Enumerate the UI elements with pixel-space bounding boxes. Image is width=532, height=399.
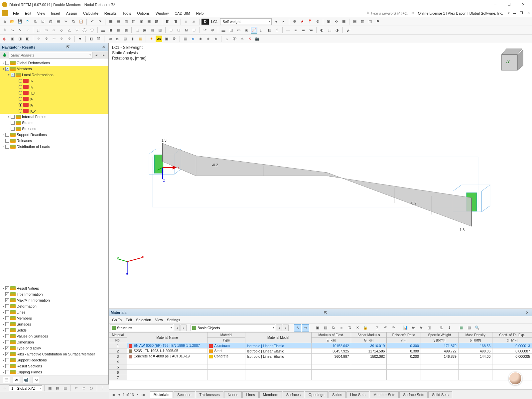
tb3-g1-icon[interactable]: ◈ (190, 36, 196, 42)
menu-chevron-icon[interactable]: ▾ (506, 11, 511, 15)
tb2-22-icon[interactable]: ⊟ (175, 27, 182, 34)
view5-icon[interactable]: ▣ (138, 18, 145, 25)
tb2-4-icon[interactable]: ⟋ (24, 27, 31, 34)
mat-tb-csv-icon[interactable]: ▤ (466, 324, 473, 332)
copy-icon[interactable]: ⧉ (70, 18, 77, 25)
tb3-com-icon[interactable]: ⚙ (171, 36, 178, 42)
nav-mode4-icon[interactable]: ↝ (33, 377, 40, 383)
mat-cat-prev[interactable]: ◂ (276, 325, 282, 331)
materials-category-dropdown[interactable]: Basic Objects (191, 325, 275, 331)
tb2-27-icon[interactable]: ▬ (220, 27, 227, 34)
tb3-mesh-icon[interactable]: ▦ (137, 36, 144, 42)
menu-options[interactable]: Options (134, 9, 153, 17)
view4-icon[interactable]: ◫ (130, 18, 137, 25)
navigator-close-icon[interactable]: ✕ (101, 45, 106, 49)
tb2-33-icon[interactable]: ◧ (266, 27, 273, 34)
tb3-star-icon[interactable]: ✦ (148, 36, 155, 42)
nav-mode3-icon[interactable]: 📹 (23, 377, 30, 383)
save-icon[interactable]: 💾 (17, 18, 23, 25)
tb3-ax5-icon[interactable]: ⊹ (66, 36, 72, 42)
tab-lines[interactable]: Lines (242, 391, 258, 398)
mdi-restore[interactable]: ❐ (518, 11, 525, 15)
tb3-g3-icon[interactable]: ◈ (205, 36, 211, 42)
tb3-del-icon[interactable]: ✕ (246, 36, 253, 42)
mat-menu-edit[interactable]: Edit (126, 318, 132, 322)
tb2-42-icon[interactable]: 🖌 (345, 27, 351, 34)
table-row[interactable]: 7 (109, 375, 532, 380)
mat-tb-search-icon[interactable]: 🔍 (473, 324, 481, 332)
menu-tools[interactable]: Tools (119, 9, 134, 17)
tb3-layers-icon[interactable]: ☱ (95, 36, 102, 42)
maximize-button[interactable]: ☐ (502, 0, 516, 9)
tb3-target-icon[interactable]: ◎ (1, 36, 8, 42)
table-row[interactable]: 1 EN AW-6060 (EP) T66 | EN 1999-1-1:2007… (109, 343, 532, 348)
cube-icon[interactable]: ▣ (325, 18, 332, 25)
tb3-ax2-icon[interactable]: ⊹ (43, 36, 50, 42)
tb3-js-icon[interactable]: JS (156, 36, 162, 42)
grid-icon[interactable]: ▦ (340, 18, 347, 25)
mat-menu-view[interactable]: View (155, 318, 163, 322)
mat-tb-excel-icon[interactable]: ▦ (458, 324, 465, 332)
tb3-color-icon[interactable]: ◧ (88, 36, 94, 42)
mat-tb-chart-icon[interactable]: 📊 (402, 324, 409, 332)
view6-icon[interactable]: ▦ (146, 18, 152, 25)
tab-solids[interactable]: Solids (329, 391, 346, 398)
mdi-minimize[interactable]: ─ (511, 11, 518, 15)
tb3-ax1-icon[interactable]: ⊹ (35, 36, 42, 42)
tb2-7-icon[interactable]: ▱ (51, 27, 57, 34)
mat-tb-lock-icon[interactable]: 🔒 (362, 324, 369, 332)
tb2-26-icon[interactable]: ⊕ (209, 27, 216, 34)
mat-scope-prev[interactable]: ◂ (174, 325, 180, 331)
menu-calculate[interactable]: Calculate (80, 9, 101, 17)
mat-tb-sort-icon[interactable]: ⇅ (346, 324, 353, 332)
navigator-pin-icon[interactable]: ⇱ (65, 45, 71, 49)
tb2-31-icon[interactable]: 📈 (251, 27, 257, 34)
nav-tree-icon[interactable]: 🌲 (1, 52, 8, 59)
loadcase-dropdown[interactable]: Self-weight (220, 18, 272, 25)
page-next[interactable]: ▸ (136, 392, 140, 397)
cancel-icon[interactable]: ⊘ (314, 18, 321, 25)
splith-icon[interactable]: ⫻ (191, 18, 197, 25)
menu-results[interactable]: Results (101, 9, 120, 17)
tb2-6-icon[interactable]: ▭ (43, 27, 50, 34)
materials-pin-icon[interactable]: ⇱ (323, 311, 328, 315)
sr-3-icon[interactable]: ▥ (62, 385, 68, 392)
page-last[interactable]: ⏭ (140, 393, 146, 397)
tb2-5-icon[interactable]: ⬚ (35, 27, 42, 34)
tb3-note-icon[interactable]: 🗈 (114, 36, 121, 42)
tb2-21-icon[interactable]: ⊞ (168, 27, 174, 34)
tab-line-sets[interactable]: Line Sets (346, 391, 369, 398)
analysis-type-dropdown[interactable]: Static Analysis (9, 52, 92, 59)
mat-tb-select-icon[interactable]: ↖ (294, 324, 301, 332)
app-menu-icon[interactable] (2, 10, 8, 16)
menu-assign[interactable]: Assign (63, 9, 80, 17)
mat-tb-calc-icon[interactable]: Σ (374, 324, 381, 332)
tb2-10-icon[interactable]: ▽ (73, 27, 80, 34)
menu-cadbim[interactable]: CAD-BIM (172, 9, 193, 17)
print-icon[interactable]: 🖶 (32, 18, 39, 25)
tb3-table-icon[interactable]: ▦ (182, 36, 189, 42)
flag-icon[interactable]: ⚑ (374, 18, 381, 25)
tb2-37-icon[interactable]: ≣ (300, 27, 307, 34)
tb2-32-icon[interactable]: ⬚ (258, 27, 265, 34)
sr-6-icon[interactable]: ◎ (88, 385, 95, 392)
close-button[interactable]: ✕ (516, 0, 530, 9)
tb2-15-icon[interactable]: ▦ (115, 27, 122, 34)
tb3-filter-icon[interactable]: ▼ (77, 36, 83, 42)
results-icon[interactable]: ★ (299, 18, 306, 25)
menu-edit[interactable]: Edit (22, 9, 34, 17)
splitv-icon[interactable]: ⫿ (183, 18, 190, 25)
tb3-box1-icon[interactable]: ▣ (9, 36, 16, 42)
menu-window[interactable]: Window (153, 9, 172, 17)
tab-surfaces[interactable]: Surfaces (283, 391, 304, 398)
tb3-ax3-icon[interactable]: ⊹ (51, 36, 57, 42)
tb2-24-icon[interactable]: ⊡ (191, 27, 197, 34)
snap3-icon[interactable]: ◫ (367, 18, 373, 25)
table-row[interactable]: 3 Concrete f'c = 4000 psi | ACI 318-19 C… (109, 354, 532, 359)
tb2-30-icon[interactable]: ▣ (243, 27, 250, 34)
tb3-sec-icon[interactable]: ▤ (122, 36, 128, 42)
table-row[interactable]: 5 (109, 364, 532, 370)
tb3-g2-icon[interactable]: ◈ (197, 36, 204, 42)
table-row[interactable]: 2 S235 | EN 1993-1-1:2005-05 Steel Isotr… (109, 348, 532, 354)
tb3-cam-icon[interactable]: 📷 (254, 36, 261, 42)
